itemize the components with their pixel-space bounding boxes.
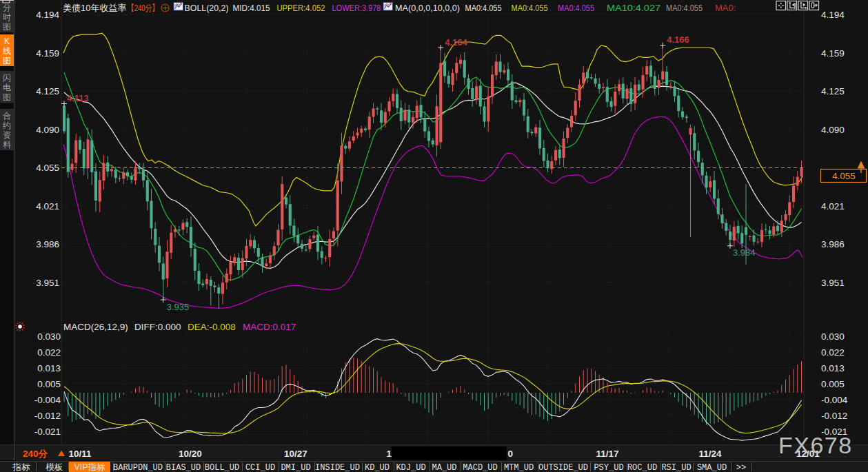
svg-text:MA_UD: MA_UD (432, 463, 456, 472)
svg-text:MTM_UD: MTM_UD (504, 463, 534, 472)
svg-text:-0.012: -0.012 (821, 411, 847, 421)
svg-text:3.984: 3.984 (733, 247, 756, 258)
svg-text:KDJ_UD: KDJ_UD (396, 463, 425, 472)
svg-text:-0.012: -0.012 (34, 411, 61, 421)
svg-text:FX678: FX678 (778, 432, 853, 458)
svg-text:【240分】: 【240分】 (128, 3, 159, 13)
svg-text:DIFF:0.000: DIFF:0.000 (134, 322, 181, 332)
svg-text:3.986: 3.986 (821, 239, 845, 249)
svg-text:BIAS_UD: BIAS_UD (166, 463, 201, 472)
svg-text:-0.004: -0.004 (34, 395, 61, 405)
svg-text:4.166: 4.166 (667, 34, 689, 45)
svg-text:0.005: 0.005 (821, 379, 845, 389)
svg-text:240分: 240分 (23, 449, 48, 459)
svg-text:4.021: 4.021 (36, 201, 59, 212)
svg-text:0.030: 0.030 (37, 331, 61, 342)
svg-text:4.021: 4.021 (821, 201, 845, 212)
svg-text:MA0:4.055: MA0:4.055 (512, 3, 548, 13)
svg-text:美债10年收益率: 美债10年收益率 (63, 3, 126, 13)
svg-text:约: 约 (3, 121, 11, 130)
svg-text:11/17: 11/17 (596, 449, 618, 459)
svg-text:时: 时 (3, 12, 11, 22)
svg-text:0.013: 0.013 (37, 363, 61, 373)
svg-text:0.005: 0.005 (37, 379, 61, 389)
svg-text:RSI_UD: RSI_UD (661, 463, 691, 472)
svg-text:BOLL_UD: BOLL_UD (205, 463, 239, 472)
svg-text:电: 电 (3, 83, 11, 92)
svg-text:10/11: 10/11 (68, 449, 92, 459)
svg-text:4.125: 4.125 (821, 86, 845, 96)
svg-text:MA0:4.055: MA0:4.055 (465, 3, 502, 13)
svg-text:0.030: 0.030 (821, 331, 845, 342)
svg-text:BARUPDN_UD: BARUPDN_UD (113, 463, 163, 472)
svg-text:1: 1 (386, 449, 392, 459)
svg-text:LOWER:3.978: LOWER:3.978 (332, 3, 381, 13)
svg-text:>>: >> (736, 463, 746, 472)
svg-text:4.164: 4.164 (445, 37, 467, 48)
svg-text:4.090: 4.090 (36, 125, 59, 135)
svg-text:指标: 指标 (12, 462, 31, 472)
svg-text:CCI_UD: CCI_UD (245, 463, 275, 472)
svg-text:3.951: 3.951 (36, 278, 59, 288)
svg-text:MACD:0.017: MACD:0.017 (243, 322, 296, 332)
svg-text:图: 图 (3, 22, 11, 32)
svg-text:MA10:4.027: MA10:4.027 (607, 3, 660, 13)
svg-text:图: 图 (3, 56, 11, 65)
svg-text:资: 资 (3, 130, 11, 140)
svg-text:MA0:4.055: MA0:4.055 (666, 3, 703, 13)
svg-text:3.951: 3.951 (821, 278, 845, 288)
svg-text:DMI_UD: DMI_UD (281, 463, 310, 472)
svg-text:SMA_UD: SMA_UD (697, 463, 727, 472)
svg-text:10/27: 10/27 (284, 449, 307, 459)
svg-text:MID:4.015: MID:4.015 (233, 3, 270, 13)
svg-text:DEA:-0.008: DEA:-0.008 (188, 322, 236, 332)
svg-text:K: K (4, 37, 10, 46)
svg-text:MA0:: MA0: (715, 3, 736, 13)
svg-text:3.986: 3.986 (36, 239, 59, 249)
svg-text:UPPER:4.052: UPPER:4.052 (277, 3, 325, 13)
svg-text:-0.004: -0.004 (821, 395, 848, 405)
svg-text:KD_UD: KD_UD (365, 463, 390, 472)
svg-text:MACD_UD: MACD_UD (463, 463, 497, 472)
svg-text:模板: 模板 (46, 462, 63, 472)
svg-text:分: 分 (3, 3, 11, 12)
svg-text:0.013: 0.013 (821, 363, 845, 373)
svg-text:线: 线 (3, 46, 11, 56)
svg-text:0: 0 (508, 449, 514, 459)
svg-text:图: 图 (3, 92, 11, 102)
svg-text:4.159: 4.159 (36, 48, 59, 59)
svg-text:INSIDE_UD: INSIDE_UD (315, 463, 360, 472)
svg-text:-0.021: -0.021 (34, 427, 61, 437)
svg-text:4.159: 4.159 (821, 48, 845, 59)
svg-text:BOLL(20,2): BOLL(20,2) (185, 3, 229, 13)
svg-text:4.194: 4.194 (36, 10, 59, 20)
svg-text:4.194: 4.194 (821, 10, 845, 20)
svg-text:VIP指标: VIP指标 (74, 462, 105, 472)
svg-text:3.935: 3.935 (167, 302, 190, 312)
svg-text:PSY_UD: PSY_UD (594, 463, 623, 472)
svg-text:OUTSIDE_UD: OUTSIDE_UD (538, 463, 588, 472)
svg-text:ROC_UD: ROC_UD (627, 463, 657, 472)
svg-text:MA(0,0,0,10,0,0): MA(0,0,0,10,0,0) (395, 3, 460, 13)
svg-text:4.090: 4.090 (821, 125, 845, 135)
svg-text:4.055: 4.055 (36, 163, 59, 173)
svg-text:4.125: 4.125 (36, 86, 59, 96)
svg-text:0.022: 0.022 (821, 347, 845, 358)
svg-text:料: 料 (3, 140, 11, 150)
svg-text:MA0:4.055: MA0:4.055 (558, 3, 594, 13)
svg-text:MACD(26,12,9): MACD(26,12,9) (63, 322, 128, 332)
svg-text:4.113: 4.113 (67, 93, 89, 103)
svg-text:11/24: 11/24 (698, 449, 722, 459)
svg-text:10/20: 10/20 (179, 449, 202, 459)
svg-text:闪: 闪 (3, 73, 11, 83)
svg-text:合: 合 (3, 111, 11, 121)
svg-text:0.022: 0.022 (37, 347, 61, 358)
svg-text:4.055: 4.055 (832, 171, 856, 181)
